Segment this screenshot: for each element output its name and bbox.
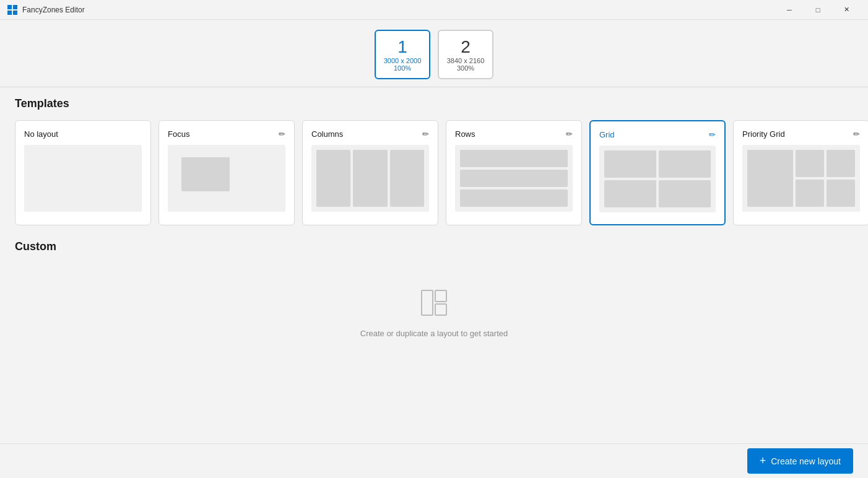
layout-card-priority-grid[interactable]: Priority Grid ✏ (733, 120, 868, 225)
maximize-button[interactable]: □ (804, 0, 832, 20)
layout-card-no-layout[interactable]: No layout (15, 120, 151, 225)
preview-col-1 (316, 150, 350, 207)
edit-icon-focus[interactable]: ✏ (279, 129, 285, 139)
create-button-label: Create new layout (771, 456, 841, 466)
window-controls: ─ □ ✕ (775, 0, 861, 20)
monitor-2-scale: 300% (457, 64, 474, 72)
preview-row-3 (460, 189, 568, 207)
custom-empty-state: Create or duplicate a layout to get star… (15, 263, 853, 363)
monitor-2-resolution: 3840 x 2160 (447, 57, 485, 64)
preview-col-2 (353, 150, 387, 207)
custom-empty-text: Create or duplicate a layout to get star… (360, 329, 508, 338)
edit-icon-priority-grid[interactable]: ✏ (853, 129, 860, 139)
preview-grid-cell-3 (604, 180, 656, 207)
layout-card-header-focus: Focus ✏ (168, 129, 285, 139)
svg-rect-6 (435, 304, 446, 315)
monitor-1-number: 1 (397, 37, 407, 57)
edit-icon-rows[interactable]: ✏ (566, 129, 573, 139)
preview-col-3 (390, 150, 424, 207)
preview-row-1 (460, 150, 568, 167)
layout-placeholder-icon (419, 288, 449, 320)
create-new-layout-button[interactable]: + Create new layout (747, 448, 853, 474)
preview-grid-cell-1 (604, 150, 656, 178)
monitor-1-resolution: 3000 x 2000 (384, 57, 422, 64)
bottom-bar: + Create new layout (0, 443, 868, 478)
layout-card-header-no-layout: No layout (24, 129, 142, 139)
preview-priority-grid (742, 145, 860, 212)
layout-card-columns[interactable]: Columns ✏ (302, 120, 438, 225)
layout-card-header-priority-grid: Priority Grid ✏ (742, 129, 860, 139)
preview-priority-cell-1 (796, 150, 824, 177)
layout-card-header-grid: Grid ✏ (599, 130, 716, 139)
layout-name-priority-grid: Priority Grid (742, 129, 785, 139)
monitor-1[interactable]: 1 3000 x 2000 100% (375, 30, 430, 79)
preview-focus-inner (181, 157, 230, 191)
custom-section-title: Custom (15, 240, 853, 253)
templates-section-title: Templates (15, 97, 853, 110)
layout-card-rows[interactable]: Rows ✏ (446, 120, 582, 225)
close-button[interactable]: ✕ (832, 0, 861, 20)
monitor-1-scale: 100% (394, 64, 411, 72)
layout-name-focus: Focus (168, 129, 189, 139)
svg-rect-2 (7, 11, 12, 15)
svg-rect-3 (13, 11, 17, 15)
monitor-selector: 1 3000 x 2000 100% 2 3840 x 2160 300% (0, 20, 868, 87)
svg-rect-1 (13, 5, 17, 9)
layout-card-header-rows: Rows ✏ (455, 129, 573, 139)
preview-priority-main (747, 150, 793, 207)
preview-grid-cell-4 (659, 180, 711, 207)
preview-grid-cell-2 (659, 150, 711, 178)
monitor-2-number: 2 (461, 37, 471, 57)
preview-columns (311, 145, 429, 212)
preview-focus (168, 145, 285, 212)
layout-name-columns: Columns (311, 129, 343, 139)
svg-rect-5 (435, 290, 446, 302)
monitor-2[interactable]: 2 3840 x 2160 300% (438, 30, 493, 79)
app-title: FancyZones Editor (22, 6, 85, 14)
layout-card-focus[interactable]: Focus ✏ (158, 120, 295, 225)
minimize-button[interactable]: ─ (775, 0, 804, 20)
layout-name-rows: Rows (455, 129, 475, 139)
edit-icon-columns[interactable]: ✏ (422, 129, 429, 139)
preview-grid (599, 146, 716, 212)
svg-rect-0 (7, 5, 12, 9)
plus-icon: + (760, 454, 766, 467)
preview-priority-cell-4 (827, 180, 855, 207)
templates-row: No layout Focus ✏ Columns ✏ (15, 120, 853, 225)
layout-card-grid[interactable]: Grid ✏ (589, 120, 726, 225)
layout-name-grid: Grid (599, 130, 615, 139)
preview-priority-cell-2 (827, 150, 855, 177)
preview-rows (455, 145, 573, 212)
layout-card-header-columns: Columns ✏ (311, 129, 429, 139)
preview-row-2 (460, 170, 568, 187)
app-icon (7, 5, 17, 15)
preview-no-layout (24, 145, 142, 212)
edit-icon-grid[interactable]: ✏ (709, 130, 716, 139)
preview-priority-cell-3 (796, 180, 824, 207)
layout-name-no-layout: No layout (24, 129, 58, 139)
svg-rect-4 (422, 290, 433, 315)
main-content: Templates No layout Focus ✏ Columns ✏ (0, 87, 868, 443)
titlebar: FancyZones Editor ─ □ ✕ (0, 0, 868, 20)
custom-section: Custom Create or duplicate a layout to g… (15, 240, 853, 363)
